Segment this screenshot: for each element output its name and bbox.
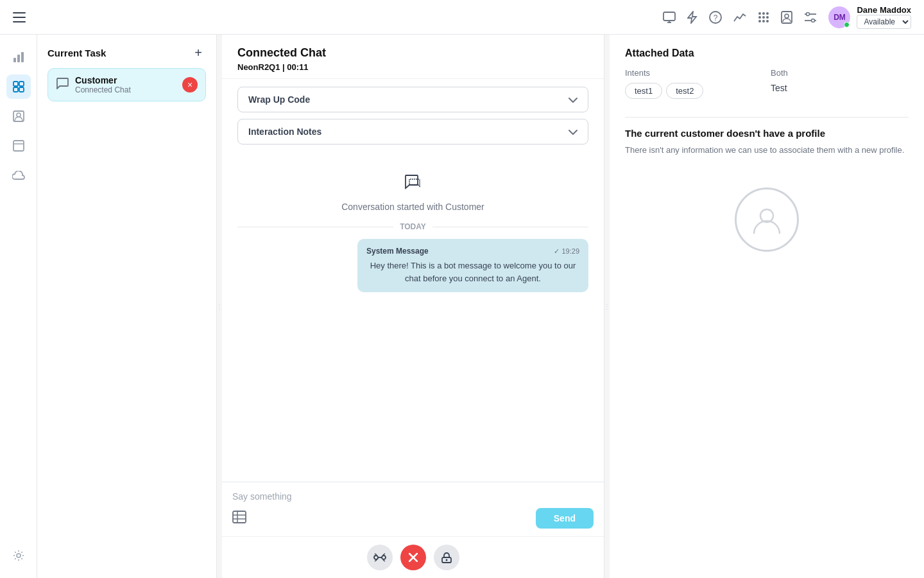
attached-data-title: Attached Data [625,48,909,59]
svg-point-45 [445,559,447,561]
chat-input[interactable] [232,489,594,504]
interaction-notes-chevron-icon [569,126,578,137]
svg-rect-26 [13,82,18,86]
interaction-notes-label: Interaction Notes [248,127,321,137]
sidebar-item-cloud[interactable] [6,163,31,188]
send-button[interactable]: Send [536,508,594,529]
divider-line-right [432,227,588,227]
both-header: Both [771,68,909,78]
check-icon: ✓ [554,247,561,255]
section-divider [625,117,909,118]
intent-tags: test1 test2 [625,83,763,99]
sidebar-item-tasks[interactable] [6,74,31,99]
task-panel-header: Current Task + [47,45,206,60]
resize-handle-left[interactable]: ⋮ [217,35,222,578]
top-navigation: ? [0,0,924,35]
wrap-up-dropdown[interactable]: Wrap Up Code [237,87,588,112]
grid-dots-icon[interactable] [758,12,769,23]
svg-point-10 [766,12,769,15]
svg-point-40 [382,556,386,559]
no-profile-section: The current customer doesn't have a prof… [625,128,909,157]
sidebar-item-contacts[interactable] [6,104,31,128]
system-message: System Message ✓ 19:29 Hey there! This i… [357,239,588,292]
svg-point-34 [17,554,21,557]
hold-button[interactable] [434,545,459,570]
chat-timer: 00:11 [287,62,308,72]
profile-placeholder [625,188,909,252]
svg-rect-2 [13,21,26,22]
chat-panel: Connected Chat NeonR2Q1 | 00:11 Wrap Up … [222,35,604,578]
chat-bottom-actions [222,536,604,578]
chat-body: Wrap Up Code Interaction Notes [222,79,604,482]
task-item-subtitle: Connected Chat [75,85,176,94]
monitor-icon[interactable] [663,12,676,23]
svg-rect-23 [13,58,16,62]
table-icon[interactable] [232,511,246,527]
icon-sidebar [0,35,37,578]
status-select[interactable]: Available Busy Away [857,15,911,29]
task-item-info: Customer Connected Chat [75,75,176,94]
both-value: Test [771,83,909,93]
wrap-up-label: Wrap Up Code [248,94,310,105]
attached-data-grid: Intents test1 test2 Both Test [625,68,909,99]
main-layout: Current Task + Customer Connected Chat ×… [0,35,924,578]
end-chat-button[interactable] [400,545,426,570]
svg-point-16 [766,20,769,22]
chart-line-icon[interactable] [733,12,746,23]
svg-rect-32 [13,141,24,151]
avatar: DM [828,6,850,28]
resize-handle-right[interactable]: ⋮ [604,35,610,578]
svg-point-12 [762,16,765,19]
wrap-up-chevron-icon [569,94,578,105]
sidebar-item-windows[interactable] [6,134,31,158]
session-id: NeonR2Q1 [237,62,280,72]
help-icon[interactable]: ? [709,11,722,24]
chat-header: Connected Chat NeonR2Q1 | 00:11 [222,35,604,79]
svg-point-22 [812,19,815,22]
sidebar-item-settings[interactable] [6,543,31,568]
task-panel: Current Task + Customer Connected Chat × [37,35,217,578]
bolt-icon[interactable] [687,11,697,24]
chat-bubble-icon [56,78,69,92]
intent-tag-1: test1 [625,83,662,99]
svg-rect-29 [19,87,24,92]
svg-rect-3 [663,12,675,21]
svg-text:?: ? [714,13,718,22]
task-panel-title: Current Task [47,48,106,58]
chat-input-area: Send [222,482,604,536]
system-message-body: Hey there! This is a bot message to welc… [366,259,579,285]
svg-point-21 [807,12,810,15]
chat-subtitle: NeonR2Q1 | 00:11 [237,62,588,72]
transfer-button[interactable] [367,545,393,570]
svg-point-13 [766,16,769,19]
svg-point-31 [17,113,21,117]
conversation-icon [404,174,423,197]
svg-point-14 [758,20,761,22]
id-badge-icon[interactable] [781,11,792,24]
hamburger-menu-icon[interactable] [13,12,26,22]
svg-rect-1 [13,17,26,18]
user-name: Dane Maddox [857,5,911,15]
add-task-button[interactable]: + [191,45,206,60]
today-divider: TODAY [222,220,604,239]
sliders-icon[interactable] [804,12,817,22]
task-item[interactable]: Customer Connected Chat × [47,68,206,101]
divider-line-left [237,227,393,227]
intent-tag-2: test2 [666,83,703,99]
svg-rect-27 [19,82,24,86]
right-panel: Attached Data Intents test1 test2 Both T… [610,35,924,578]
profile-avatar-placeholder [735,188,799,252]
interaction-notes-dropdown[interactable]: Interaction Notes [237,119,588,144]
status-dot [844,22,850,28]
sidebar-item-analytics[interactable] [6,45,31,69]
svg-rect-0 [13,12,26,13]
chat-title: Connected Chat [237,46,588,60]
svg-rect-25 [21,52,24,62]
user-section: DM Dane Maddox Available Busy Away [828,5,911,29]
system-message-header: System Message ✓ 19:29 [366,247,579,256]
both-column: Both Test [771,68,909,99]
task-close-button[interactable]: × [182,77,198,92]
svg-rect-35 [233,511,246,523]
today-label: TODAY [400,222,426,231]
conv-start-label: Conversation started with Customer [341,202,484,212]
